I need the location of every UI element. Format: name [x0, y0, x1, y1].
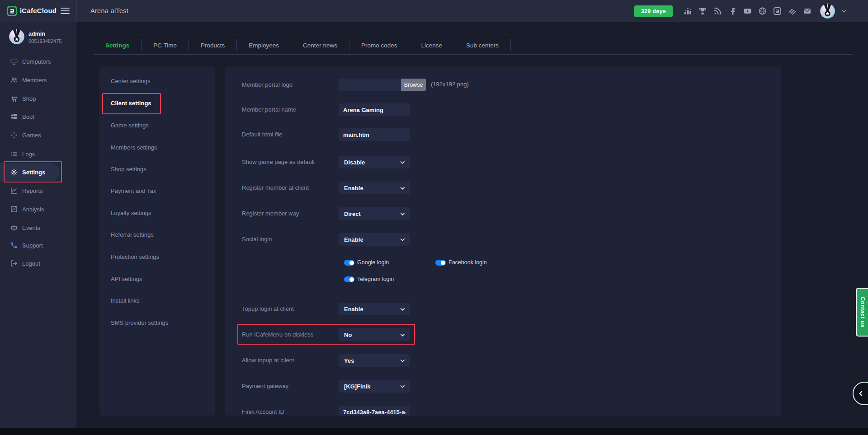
member-portal-name-input[interactable] [339, 103, 410, 116]
chevron-down-icon[interactable] [841, 8, 847, 14]
telegram-login-toggle[interactable] [344, 276, 354, 282]
brand-name: iCafeCloud [20, 7, 57, 14]
mail-icon[interactable] [802, 7, 811, 16]
submenu-install-links[interactable]: Install links [99, 295, 215, 306]
field-label: Social login [242, 235, 272, 243]
payment-gateway-select[interactable]: [KG]Finik [339, 380, 410, 393]
trophy-icon[interactable] [698, 7, 707, 16]
sidebar-item-settings[interactable]: Settings [0, 165, 76, 179]
submenu-loyalty-settings[interactable]: Loyalty settings [99, 208, 215, 219]
browse-button[interactable]: Browse [401, 79, 426, 91]
user-id: 005193482475 [28, 38, 61, 44]
client-settings-form: Member portal logo Browse (192x192 png) … [225, 67, 781, 416]
sidebar-item-label: Shop [22, 95, 36, 102]
sidebar-item-label: Members [22, 77, 47, 84]
contact-us-button[interactable]: Contact us [856, 288, 868, 337]
chevron-down-icon [400, 358, 406, 364]
submenu-sms-provider-settings[interactable]: SMS provider settings [99, 318, 215, 328]
license-days-badge[interactable]: 329 days [634, 5, 673, 17]
select-value: Enable [344, 236, 363, 243]
member-portal-logo-file-input[interactable]: Browse [339, 79, 426, 91]
facebook-login-label: Facebook login [448, 259, 487, 266]
submenu-members-settings[interactable]: Members settings [99, 142, 215, 153]
phone-icon [10, 242, 18, 249]
sidebar-item-games[interactable]: Games [0, 128, 76, 142]
submenu-client-settings[interactable]: Client settings [99, 98, 215, 109]
tab-settings[interactable]: Settings [94, 36, 141, 54]
sidebar-item-events[interactable]: Events [0, 221, 76, 234]
sidebar-item-computers[interactable]: Computers [0, 55, 76, 68]
chevron-down-icon [400, 237, 406, 243]
run-icafemenu-on-diskless-select[interactable]: No [339, 328, 410, 341]
select-value: Direct [344, 210, 361, 217]
sidebar-item-boot[interactable]: Boot [0, 110, 76, 123]
sidebar-item-label: Boot [22, 113, 34, 120]
submenu-referral-settings[interactable]: Referral settings [99, 229, 215, 240]
register-member-way-select[interactable]: Direct [339, 207, 410, 220]
submenu-game-settings[interactable]: Game settings [99, 120, 215, 131]
sidebar-item-label: Events [22, 225, 40, 231]
chat-collapse-button[interactable] [853, 382, 868, 405]
logo-size-hint: (192x192 png) [431, 81, 469, 88]
youtube-icon[interactable] [743, 7, 752, 16]
windows-icon [10, 113, 18, 120]
menu-toggle-button[interactable] [61, 8, 70, 15]
social-login-select[interactable]: Enable [339, 233, 410, 246]
submenu-api-settings[interactable]: API settings [99, 274, 215, 285]
submenu-payment-and-tax[interactable]: Payment and Tax [99, 186, 215, 196]
topbar-divider [76, 0, 77, 22]
sidebar-item-logout[interactable]: Logout [0, 257, 76, 270]
field-label: Allow topup at client [242, 356, 294, 365]
sidebar-item-label: Logs [22, 151, 35, 158]
games-icon [10, 131, 18, 139]
tab-sub-centers[interactable]: Sub centers [454, 36, 510, 54]
user-avatar[interactable] [820, 4, 835, 19]
sidebar-item-label: Settings [22, 169, 45, 176]
allow-topup-at-client-select[interactable]: Yes [339, 354, 410, 367]
default-html-file-input[interactable] [339, 128, 410, 141]
page-title: Arena aiTest [90, 7, 128, 14]
submenu-center-settings[interactable]: Center settings [99, 76, 215, 87]
tab-products[interactable]: Products [189, 36, 236, 54]
field-label: Payment gateway [242, 382, 288, 390]
tab-pc-time[interactable]: PC Time [142, 36, 189, 54]
layers-icon[interactable] [788, 7, 797, 16]
icafecloud-icon[interactable] [773, 7, 782, 16]
chevron-left-icon [857, 389, 865, 398]
settings-submenu: Center settings Client settings Game set… [99, 67, 215, 416]
chevron-down-icon [400, 211, 406, 217]
sidebar-avatar [9, 29, 24, 44]
submenu-protection-settings[interactable]: Protection settings [99, 252, 215, 262]
show-game-page-select[interactable]: Disable [339, 156, 410, 168]
ranking-icon[interactable] [683, 7, 692, 16]
field-label: Register member way [242, 210, 299, 218]
select-value: Enable [344, 306, 363, 313]
topbar-actions: 329 days [634, 0, 847, 22]
sidebar-item-analysis[interactable]: Analysis [0, 202, 76, 216]
users-icon [10, 76, 18, 84]
sidebar-item-label: Logout [22, 260, 40, 267]
sidebar-item-logs[interactable]: Logs [0, 147, 76, 161]
sidebar-item-reports[interactable]: Reports [0, 184, 76, 197]
google-login-toggle[interactable] [344, 260, 354, 266]
tab-employees[interactable]: Employees [237, 36, 291, 54]
globe-icon[interactable] [758, 7, 767, 16]
field-label: Register member at client [242, 184, 309, 192]
rss-icon[interactable] [713, 7, 722, 16]
register-member-at-client-select[interactable]: Enable [339, 182, 410, 194]
tab-center-news[interactable]: Center news [291, 36, 349, 54]
sidebar-item-support[interactable]: Support [0, 239, 76, 252]
user-block: admin 005193482475 [0, 22, 76, 54]
sidebar-item-members[interactable]: Members [0, 73, 76, 87]
submenu-shop-settings[interactable]: Shop settings [99, 164, 215, 175]
user-name: admin [28, 31, 45, 37]
tab-license[interactable]: License [409, 36, 454, 54]
facebook-icon[interactable] [728, 7, 737, 16]
sidebar-item-shop[interactable]: Shop [0, 92, 76, 105]
sidebar-item-label: Support [22, 242, 43, 249]
topup-login-at-client-select[interactable]: Enable [339, 303, 410, 315]
facebook-login-toggle[interactable] [435, 260, 446, 266]
tab-promo-codes[interactable]: Promo codes [349, 36, 409, 54]
chevron-down-icon [400, 332, 406, 338]
finik-account-id-input[interactable] [339, 406, 410, 416]
